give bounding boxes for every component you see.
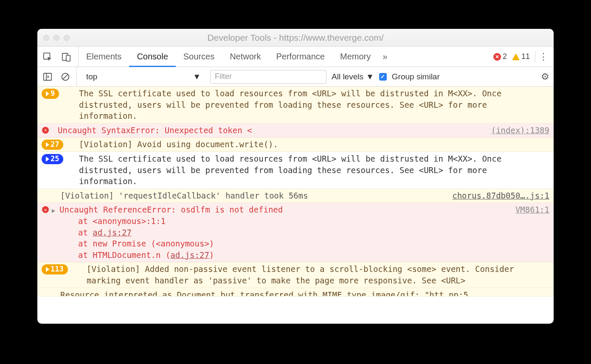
- error-count-badge[interactable]: ✕ 2: [493, 52, 507, 61]
- console-row[interactable]: 27 [Violation] Avoid using document.writ…: [37, 137, 554, 152]
- kebab-menu-icon[interactable]: ⋮: [535, 51, 547, 62]
- console-row[interactable]: 9 The SSL certificate used to load resou…: [37, 87, 554, 123]
- log-level-selector[interactable]: All levels ▼: [332, 72, 374, 81]
- panel-tabs: Elements Console Sources Network Perform…: [79, 47, 391, 67]
- source-link[interactable]: chorus.87db050….js:1: [444, 190, 549, 202]
- expand-icon: [46, 91, 49, 96]
- chevron-down-icon: ▼: [366, 72, 374, 81]
- group-similar-label: Group similar: [392, 72, 440, 81]
- console-toolbar: top ▼ All levels ▼ ✓ Group similar ⚙: [37, 67, 554, 87]
- message-text: The SSL certificate used to load resourc…: [76, 153, 549, 187]
- clear-console-icon[interactable]: [59, 71, 71, 83]
- expand-icon: [46, 157, 49, 162]
- message-text: Resource interpreted as Document but tra…: [58, 289, 549, 297]
- group-similar-checkbox[interactable]: ✓: [379, 73, 387, 81]
- window-title: Developer Tools - https://www.theverge.c…: [37, 33, 554, 43]
- zoom-icon[interactable]: [64, 35, 70, 41]
- expand-icon: [46, 142, 49, 147]
- error-icon: ✕: [42, 206, 49, 213]
- svg-rect-2: [66, 55, 70, 61]
- error-count: 2: [503, 52, 507, 61]
- warning-count-badge[interactable]: 11: [512, 52, 530, 61]
- settings-gear-icon[interactable]: ⚙: [541, 71, 549, 82]
- devtools-window: Developer Tools - https://www.theverge.c…: [37, 29, 554, 324]
- expand-icon[interactable]: ▶: [51, 205, 56, 215]
- stack-frame: at HTMLDocument.n (ad.js:27): [78, 249, 549, 261]
- count-value: 27: [51, 140, 59, 150]
- message-count-pill[interactable]: 113: [42, 264, 68, 274]
- count-value: 9: [51, 89, 55, 99]
- console-sidebar-toggle-icon[interactable]: [42, 71, 53, 83]
- count-value: 113: [51, 264, 64, 274]
- titlebar: Developer Tools - https://www.theverge.c…: [37, 29, 554, 47]
- warning-icon: [512, 53, 520, 60]
- expand-icon: [46, 267, 49, 272]
- warning-count: 11: [521, 52, 530, 61]
- tab-memory[interactable]: Memory: [332, 47, 378, 67]
- message-text: The SSL certificate used to load resourc…: [76, 88, 549, 122]
- message-count-pill[interactable]: 27: [42, 140, 63, 150]
- message-text: [Violation] Avoid using document.write()…: [76, 139, 549, 150]
- tab-console[interactable]: Console: [129, 47, 175, 67]
- console-row[interactable]: 25 The SSL certificate used to load reso…: [37, 152, 554, 189]
- console-messages: 9 The SSL certificate used to load resou…: [37, 87, 554, 324]
- context-value: top: [86, 72, 97, 81]
- console-row[interactable]: 113 [Violation] Added non-passive event …: [37, 262, 554, 288]
- message-text: Uncaught SyntaxError: Unexpected token <: [58, 125, 483, 136]
- console-row[interactable]: Resource interpreted as Document but tra…: [37, 288, 554, 297]
- message-count-pill[interactable]: 25: [42, 154, 63, 164]
- console-row[interactable]: [Violation] 'requestIdleCallback' handle…: [37, 189, 554, 203]
- window-controls: [43, 35, 70, 41]
- stack-frame: at <anonymous>:1:1: [78, 216, 549, 227]
- count-value: 25: [51, 154, 59, 164]
- source-link[interactable]: VM861:1: [507, 204, 549, 216]
- chevron-down-icon: ▼: [193, 72, 201, 81]
- filter-input[interactable]: [210, 70, 326, 84]
- stack-frame: at new Promise (<anonymous>): [78, 238, 549, 249]
- source-link[interactable]: ad.js:27: [93, 228, 132, 237]
- minimize-icon[interactable]: [53, 35, 59, 41]
- log-level-value: All levels: [332, 72, 363, 81]
- console-row[interactable]: ✕ ▶ Uncaught ReferenceError: osdlfm is n…: [37, 203, 554, 262]
- tab-performance[interactable]: Performance: [269, 47, 333, 67]
- console-row[interactable]: ✕ Uncaught SyntaxError: Unexpected token…: [37, 123, 554, 138]
- error-icon: ✕: [493, 53, 501, 61]
- device-toolbar-icon[interactable]: [60, 51, 72, 63]
- stack-frame: at ad.js:27: [78, 227, 549, 238]
- tabs-overflow[interactable]: »: [378, 47, 391, 67]
- stack-trace: at <anonymous>:1:1 at ad.js:27 at new Pr…: [40, 216, 549, 260]
- inspect-element-icon[interactable]: [42, 51, 53, 63]
- source-link[interactable]: ad.js:27: [170, 250, 209, 260]
- message-text: [Violation] Added non-passive event list…: [84, 263, 549, 286]
- context-selector[interactable]: top ▼: [82, 70, 205, 84]
- source-link[interactable]: (index):1389: [483, 125, 549, 136]
- message-text: Uncaught ReferenceError: osdlfm is not d…: [59, 204, 507, 216]
- tab-sources[interactable]: Sources: [176, 47, 222, 67]
- close-icon[interactable]: [43, 35, 49, 41]
- error-icon: ✕: [42, 127, 49, 134]
- message-count-pill[interactable]: 9: [42, 89, 59, 99]
- panel-tabstrip: Elements Console Sources Network Perform…: [37, 47, 554, 67]
- tab-network[interactable]: Network: [222, 47, 268, 67]
- tab-elements[interactable]: Elements: [79, 47, 129, 67]
- message-text: [Violation] 'requestIdleCallback' handle…: [58, 190, 444, 202]
